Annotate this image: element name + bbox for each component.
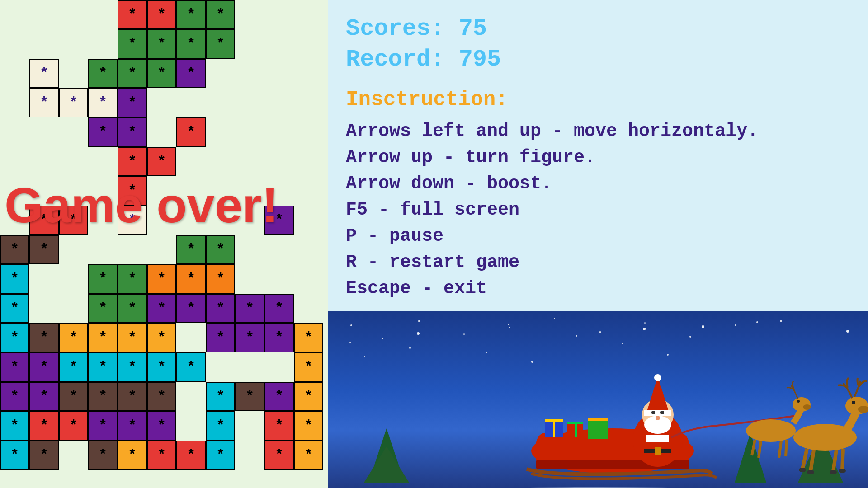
- svg-rect-13: [553, 419, 555, 437]
- cell: *: [206, 235, 235, 264]
- cell: *: [294, 441, 323, 470]
- cell: *: [88, 59, 118, 88]
- cell: *: [29, 323, 59, 352]
- cell: *: [176, 352, 206, 382]
- cell: *: [147, 59, 176, 88]
- cell: *: [29, 59, 59, 88]
- svg-point-38: [830, 470, 837, 474]
- cell: *: [59, 411, 88, 441]
- cell: *: [206, 441, 235, 470]
- svg-point-54: [756, 321, 758, 323]
- instruction-line-4: F5 - full screen: [346, 197, 850, 223]
- cell: *: [0, 264, 29, 294]
- record-display: Record: 795: [346, 44, 850, 75]
- svg-rect-20: [646, 435, 669, 442]
- cell: *: [147, 441, 176, 470]
- cell: *: [206, 294, 235, 323]
- cell: *: [147, 29, 176, 59]
- cell: *: [206, 382, 235, 411]
- cell: *: [147, 323, 176, 352]
- svg-point-37: [807, 470, 814, 474]
- svg-point-58: [702, 325, 704, 328]
- cell: *: [206, 29, 235, 59]
- svg-point-52: [508, 324, 509, 325]
- cell: *: [0, 235, 29, 264]
- svg-point-36: [799, 468, 806, 472]
- instruction-line-5: P - pause: [346, 223, 850, 249]
- svg-marker-3: [364, 446, 409, 483]
- svg-point-39: [839, 469, 846, 473]
- cell: *: [206, 264, 235, 294]
- svg-line-45: [759, 441, 761, 458]
- cell: *: [235, 294, 264, 323]
- cell: *: [88, 382, 118, 411]
- cell: *: [88, 264, 118, 294]
- cell: *: [118, 117, 147, 147]
- svg-rect-22: [655, 447, 661, 455]
- cell: *: [118, 411, 147, 441]
- svg-point-43: [746, 419, 796, 442]
- instruction-line-1: Arrows left and up - move horizontaly.: [346, 118, 850, 145]
- cell: *: [0, 352, 29, 382]
- cell: *: [88, 323, 118, 352]
- svg-rect-16: [575, 422, 577, 437]
- cell: *: [59, 382, 88, 411]
- cell: *: [29, 382, 59, 411]
- score-section: Scores: 75 Record: 795: [328, 0, 868, 84]
- cell: *: [118, 382, 147, 411]
- cell: *: [147, 411, 176, 441]
- svg-rect-18: [588, 418, 608, 421]
- svg-point-50: [797, 400, 800, 403]
- cell: *: [147, 264, 176, 294]
- svg-line-46: [779, 441, 781, 458]
- cell: *: [0, 411, 29, 441]
- instruction-section: Insctruction: Arrows left and up - move …: [328, 84, 868, 311]
- cell: *: [235, 382, 264, 411]
- cell: *: [264, 411, 294, 441]
- cell: *: [294, 411, 323, 441]
- cell: *: [264, 382, 294, 411]
- instruction-line-3: Arrow down - boost.: [346, 171, 850, 197]
- cell: *: [59, 323, 88, 352]
- cell: *: [59, 352, 88, 382]
- cell: *: [118, 0, 147, 29]
- cell: *: [118, 323, 147, 352]
- cell: *: [176, 117, 206, 147]
- cell: *: [88, 294, 118, 323]
- cell: *: [88, 88, 118, 117]
- cell: *: [118, 441, 147, 470]
- instruction-line-7: Escape - exit: [346, 276, 850, 302]
- cell: *: [235, 323, 264, 352]
- svg-point-28: [651, 411, 655, 414]
- cell: *: [147, 382, 176, 411]
- cell: *: [0, 441, 29, 470]
- cell: *: [0, 294, 29, 323]
- cell: *: [176, 235, 206, 264]
- cell: *: [176, 264, 206, 294]
- cell: *: [147, 294, 176, 323]
- cell: *: [206, 411, 235, 441]
- cell: *: [118, 352, 147, 382]
- cell: *: [0, 323, 29, 352]
- svg-rect-26: [644, 410, 671, 416]
- cell: *: [118, 29, 147, 59]
- cell: *: [118, 147, 147, 176]
- cell: *: [29, 88, 59, 117]
- cell: *: [29, 411, 59, 441]
- cell: *: [206, 0, 235, 29]
- cell: *: [294, 352, 323, 382]
- cell: *: [294, 382, 323, 411]
- game-panel: * * * * * * * * * * * * * * * * * * * * …: [0, 0, 328, 488]
- cell: *: [264, 323, 294, 352]
- cell: *: [206, 323, 235, 352]
- svg-point-55: [846, 330, 849, 333]
- cell: *: [118, 294, 147, 323]
- cell: *: [147, 0, 176, 29]
- cell: *: [176, 294, 206, 323]
- cell: *: [29, 352, 59, 382]
- svg-point-53: [643, 328, 646, 330]
- cell: *: [176, 29, 206, 59]
- cell: *: [176, 0, 206, 29]
- instruction-line-6: R - restart game: [346, 249, 850, 276]
- cell: *: [118, 264, 147, 294]
